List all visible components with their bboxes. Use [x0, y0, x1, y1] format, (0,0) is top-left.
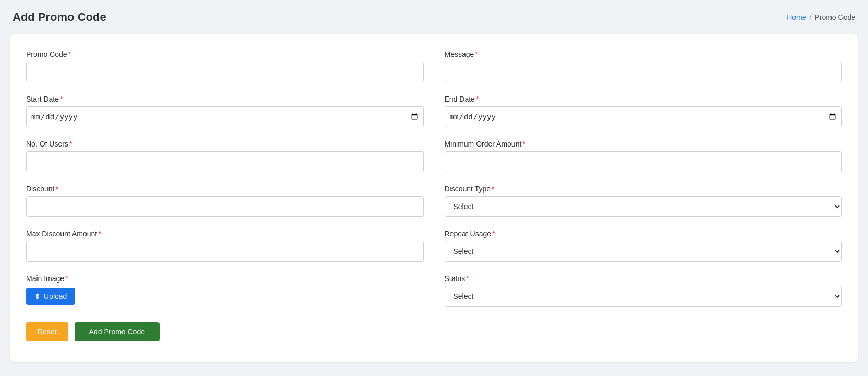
form-card: Promo Code* Message* Start Date* End Dat… — [10, 34, 858, 362]
required-star: * — [492, 185, 494, 193]
start-date-group: Start Date* — [26, 95, 424, 127]
minimum-order-amount-input[interactable] — [445, 151, 842, 172]
upload-button[interactable]: ⬆ Upload — [26, 288, 75, 305]
discount-label: Discount* — [26, 185, 424, 193]
no-of-users-group: No. Of Users* — [26, 140, 424, 172]
discount-type-select[interactable]: Select Percentage Fixed — [445, 196, 842, 217]
promo-code-group: Promo Code* — [26, 50, 424, 82]
message-input[interactable] — [445, 62, 842, 82]
breadcrumb-home-link[interactable]: Home — [787, 13, 806, 21]
status-group: Status* Select Active Inactive — [445, 274, 842, 307]
form-grid: Promo Code* Message* Start Date* End Dat… — [26, 50, 842, 307]
upload-button-wrapper: ⬆ Upload — [26, 286, 424, 305]
required-star: * — [68, 50, 71, 58]
page-header: Add Promo Code Home / Promo Code — [10, 10, 858, 24]
discount-input[interactable] — [26, 196, 424, 217]
page-title: Add Promo Code — [13, 10, 106, 24]
required-star: * — [65, 274, 68, 283]
reset-button[interactable]: Reset — [26, 322, 68, 341]
discount-group: Discount* — [26, 185, 424, 217]
discount-type-label: Discount Type* — [445, 185, 842, 193]
start-date-input[interactable] — [26, 106, 424, 127]
status-label: Status* — [445, 274, 842, 283]
required-star: * — [492, 229, 495, 238]
message-group: Message* — [445, 50, 842, 82]
no-of-users-input[interactable] — [26, 151, 424, 172]
end-date-input[interactable] — [445, 106, 842, 127]
required-star: * — [476, 95, 479, 103]
start-date-label: Start Date* — [26, 95, 424, 103]
promo-code-input[interactable] — [26, 62, 424, 82]
status-select[interactable]: Select Active Inactive — [445, 286, 842, 307]
required-star: * — [55, 185, 58, 193]
required-star: * — [522, 140, 525, 148]
required-star: * — [69, 140, 72, 148]
required-star: * — [98, 229, 101, 238]
minimum-order-amount-label: Minimum Order Amount* — [445, 140, 842, 148]
breadcrumb-current: Promo Code — [814, 13, 855, 21]
end-date-group: End Date* — [445, 95, 842, 127]
breadcrumb: Home / Promo Code — [787, 13, 855, 21]
required-star: * — [475, 50, 478, 58]
breadcrumb-separator: / — [810, 13, 812, 21]
required-star: * — [60, 95, 63, 103]
upload-icon: ⬆ — [34, 292, 41, 300]
actions-row: Reset Add Promo Code — [26, 322, 842, 341]
repeat-usage-label: Repeat Usage* — [445, 229, 842, 238]
main-image-group: Main Image* ⬆ Upload — [26, 274, 424, 307]
max-discount-amount-label: Max Discount Amount* — [26, 229, 424, 238]
promo-code-label: Promo Code* — [26, 50, 424, 58]
no-of-users-label: No. Of Users* — [26, 140, 424, 148]
message-label: Message* — [445, 50, 842, 58]
add-promo-code-button[interactable]: Add Promo Code — [75, 322, 160, 341]
required-star: * — [466, 274, 469, 283]
main-image-label: Main Image* — [26, 274, 424, 283]
end-date-label: End Date* — [445, 95, 842, 103]
minimum-order-amount-group: Minimum Order Amount* — [445, 140, 842, 172]
discount-type-group: Discount Type* Select Percentage Fixed — [445, 185, 842, 217]
repeat-usage-select[interactable]: Select Yes No — [445, 241, 842, 262]
max-discount-amount-input[interactable] — [26, 241, 424, 262]
repeat-usage-group: Repeat Usage* Select Yes No — [445, 229, 842, 262]
max-discount-amount-group: Max Discount Amount* — [26, 229, 424, 262]
